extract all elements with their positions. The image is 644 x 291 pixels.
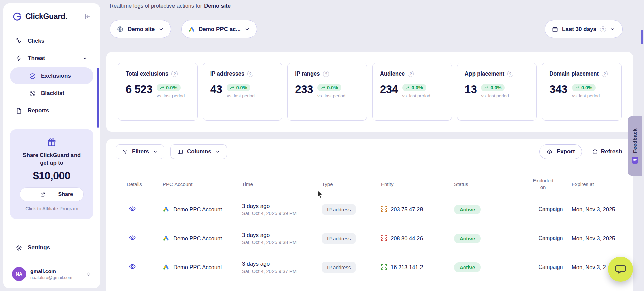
stat-caption: vs. last period bbox=[572, 93, 600, 98]
clickguard-logo-icon bbox=[13, 12, 22, 21]
sidebar-item-exclusions[interactable]: Exclusions bbox=[10, 67, 93, 84]
page-scrollbar-thumb[interactable] bbox=[641, 30, 643, 44]
eye-icon bbox=[129, 205, 136, 212]
site-selector[interactable]: Demo site bbox=[110, 20, 171, 38]
view-details-button[interactable] bbox=[129, 234, 136, 241]
sidebar-scrollbar-thumb[interactable] bbox=[97, 68, 99, 128]
chevron-down-icon bbox=[610, 26, 615, 32]
google-ads-icon bbox=[163, 264, 169, 271]
col-header-details: Details bbox=[127, 181, 163, 187]
feedback-tab-label: Feedback bbox=[632, 128, 638, 153]
col-header-excluded-on: Excluded on bbox=[530, 177, 556, 191]
lightning-icon bbox=[15, 55, 22, 62]
brand-header: ClickGuard. bbox=[10, 12, 93, 21]
columns-button[interactable]: Columns bbox=[170, 144, 227, 159]
view-details-button[interactable] bbox=[129, 263, 136, 270]
stat-label: IP ranges bbox=[295, 70, 320, 77]
delta-value: 0.0% bbox=[166, 85, 177, 90]
promo-text: Share ClickGuard and get up to bbox=[16, 151, 87, 167]
entity-value: 208.80.44.26 bbox=[391, 235, 423, 242]
filters-button[interactable]: Filters bbox=[116, 144, 164, 159]
delta-badge: 0.0% bbox=[317, 84, 341, 91]
ppc-account-selector[interactable]: Demo PPC ac... bbox=[181, 20, 257, 38]
delta-value: 0.0% bbox=[236, 85, 247, 90]
affiliate-promo-card: Share ClickGuard and get up to $10,000 S… bbox=[10, 129, 93, 219]
stat-card-audience: Audience? 234 0.0% vs. last period bbox=[372, 63, 452, 121]
brand-wordmark: ClickGuard. bbox=[25, 12, 67, 21]
chevron-down-icon bbox=[244, 26, 250, 32]
help-icon[interactable]: ? bbox=[507, 71, 513, 77]
logs-panel: Filters Columns Export Refresh Details P… bbox=[106, 139, 633, 291]
ppc-account-name: Demo PPC Account bbox=[173, 235, 222, 242]
stat-value: 234 bbox=[380, 84, 398, 95]
stat-caption: vs. last period bbox=[157, 93, 185, 98]
nav-label: Exclusions bbox=[41, 72, 71, 79]
refresh-button-label: Refresh bbox=[601, 148, 622, 155]
sidebar-item-settings[interactable]: Settings bbox=[10, 240, 93, 256]
stat-caption: vs. last period bbox=[227, 93, 254, 98]
stat-label: Domain placement bbox=[549, 70, 599, 77]
date-range-selector[interactable]: Last 30 days ? bbox=[545, 20, 623, 38]
view-details-button[interactable] bbox=[129, 205, 136, 212]
share-button[interactable]: Share bbox=[20, 187, 84, 201]
stat-value: 6 523 bbox=[126, 84, 152, 95]
help-icon[interactable]: ? bbox=[408, 71, 414, 77]
export-button[interactable]: Export bbox=[539, 144, 582, 159]
chat-launcher-button[interactable] bbox=[608, 257, 633, 282]
ban-icon bbox=[29, 90, 36, 97]
type-badge: IP address bbox=[322, 204, 356, 215]
sidebar-item-clicks[interactable]: Clicks bbox=[10, 33, 93, 49]
excluded-on-value: Campaign bbox=[530, 206, 572, 212]
delta-badge: 0.0% bbox=[481, 84, 505, 91]
stat-value: 233 bbox=[295, 84, 313, 95]
entity-value: 16.213.141.2... bbox=[391, 264, 428, 271]
stat-value: 13 bbox=[465, 84, 477, 95]
col-header-type: Type bbox=[322, 181, 381, 187]
chevron-down-icon bbox=[158, 26, 164, 32]
eye-icon bbox=[129, 234, 136, 241]
expires-at-value: Mon, Nov 3, 2025 bbox=[572, 235, 624, 242]
chevron-up-down-icon[interactable] bbox=[86, 271, 91, 277]
sidebar-item-threat[interactable]: Threat bbox=[10, 50, 93, 67]
refresh-button[interactable]: Refresh bbox=[591, 144, 624, 159]
nav-label: Clicks bbox=[28, 38, 44, 44]
stat-caption: vs. last period bbox=[481, 93, 509, 98]
time-absolute: Sat, Oct 4, 2025 9:39 PM bbox=[242, 211, 322, 216]
type-badge: IP address bbox=[322, 233, 356, 244]
export-button-label: Export bbox=[557, 148, 575, 155]
sidebar-item-blacklist[interactable]: Blacklist bbox=[10, 85, 93, 102]
help-icon[interactable]: ? bbox=[600, 26, 606, 32]
time-absolute: Sat, Oct 4, 2025 9:37 PM bbox=[242, 269, 322, 274]
page-subtitle: Realtime logs of protective actions for … bbox=[110, 3, 231, 9]
delta-value: 0.0% bbox=[327, 85, 338, 90]
user-menu[interactable]: NA gmail.com naatali.ro@gmail.com bbox=[10, 267, 93, 281]
feedback-tab[interactable]: Feedback bbox=[628, 116, 642, 176]
help-icon[interactable]: ? bbox=[323, 71, 329, 77]
col-header-expires-at: Expires at bbox=[572, 181, 624, 187]
cursor-click-icon bbox=[15, 38, 22, 45]
subtitle-site-name: Demo site bbox=[204, 3, 231, 9]
delta-value: 0.0% bbox=[490, 85, 501, 90]
avatar: NA bbox=[12, 267, 26, 281]
globe-icon bbox=[117, 26, 124, 33]
funnel-icon bbox=[122, 149, 128, 155]
help-icon[interactable]: ? bbox=[602, 71, 608, 77]
help-icon[interactable]: ? bbox=[247, 71, 253, 77]
trend-up-icon bbox=[230, 86, 234, 90]
help-icon[interactable]: ? bbox=[171, 71, 178, 77]
delta-badge: 0.0% bbox=[157, 84, 181, 91]
time-relative: 3 days ago bbox=[242, 232, 322, 239]
stat-card-domain-placement: Domain placement? 343 0.0% vs. last peri… bbox=[542, 63, 622, 121]
chevron-down-icon bbox=[153, 149, 158, 154]
filters-button-label: Filters bbox=[132, 148, 149, 155]
calendar-icon bbox=[552, 26, 558, 33]
stat-label: Audience bbox=[380, 70, 405, 77]
sidebar-item-reports[interactable]: Reports bbox=[10, 102, 93, 119]
ppc-account-name: Demo PPC Account bbox=[173, 264, 222, 271]
promo-amount: $10,000 bbox=[16, 169, 87, 182]
document-icon bbox=[15, 107, 22, 114]
gift-icon bbox=[47, 137, 57, 147]
affiliate-link[interactable]: Click to Affiliate Program bbox=[16, 206, 87, 211]
trend-up-icon bbox=[575, 86, 580, 90]
collapse-sidebar-icon[interactable] bbox=[83, 13, 91, 20]
